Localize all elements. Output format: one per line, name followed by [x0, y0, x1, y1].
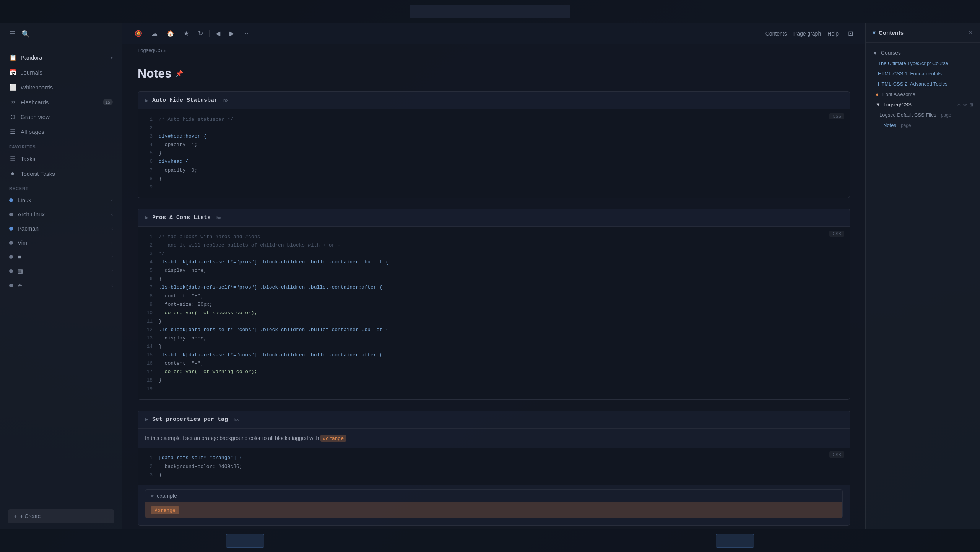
search-icon[interactable]: 🔍	[21, 30, 30, 38]
tasks-icon: ☰	[9, 155, 16, 162]
toolbar-expand-btn[interactable]: ⊡	[845, 28, 856, 39]
toolbar-contents-btn[interactable]: Contents	[765, 31, 787, 37]
html-css-1-label: HTML-CSS 1: Fundamentals	[878, 71, 942, 76]
sidebar-item-r1[interactable]: ■ ‹	[0, 250, 122, 264]
toolbar-cloud-icon[interactable]: ☁	[148, 28, 161, 39]
sidebar-nav: 📋 Pandora ▾ 📅 Journals ⬜ Whiteboards ∞	[0, 45, 122, 503]
code-container-1: CSS 1/* Auto hide statusbar */ 2 3div#he…	[138, 109, 850, 198]
pin-icon: 📌	[176, 70, 183, 77]
toolbar-page-graph-btn[interactable]: Page graph	[793, 31, 821, 37]
block-title-3: Set properties per tag hx	[152, 416, 239, 423]
menu-icon[interactable]: ☰	[9, 30, 15, 38]
toc-item-html-css-2[interactable]: HTML-CSS 2: Advanced Topics	[866, 79, 980, 89]
toc-icon-edit[interactable]: ✏	[963, 102, 967, 107]
text-block-3: In this example I set an orange backgrou…	[138, 429, 850, 448]
vim-arrow: ‹	[111, 240, 113, 245]
toolbar-forward-btn[interactable]: ▶	[226, 28, 237, 39]
courses-label: Courses	[881, 50, 901, 56]
sidebar-item-tasks[interactable]: ☰ Tasks	[0, 151, 122, 166]
code-block-3: 1[data-refs-self*="orange"] { 2 backgrou…	[138, 448, 850, 485]
toolbar-help-btn[interactable]: Help	[827, 31, 839, 37]
flashcards-label: Flashcards	[21, 99, 49, 106]
toc-icon-grid[interactable]: ⊞	[969, 102, 973, 107]
create-plus-icon: +	[14, 513, 17, 519]
sidebar-item-graph-view[interactable]: ⊙ Graph view	[0, 109, 122, 124]
toc-item-font-awesome[interactable]: ● Font Awesome	[866, 89, 980, 99]
todoist-label: Todoist Tasks	[21, 170, 55, 177]
top-decorative-bar	[0, 0, 980, 23]
panel-header: ▾ Contents ✕	[866, 23, 980, 43]
code-block-1: 1/* Auto hide statusbar */ 2 3div#head:h…	[138, 109, 850, 198]
sidebar-item-whiteboards[interactable]: ⬜ Whiteboards	[0, 80, 122, 95]
toolbar-divider-3	[824, 30, 824, 37]
code-line-5: 5}	[145, 149, 843, 157]
linux-dot	[9, 198, 13, 202]
sidebar-item-vim[interactable]: Vim ‹	[0, 235, 122, 250]
sidebar-workspace[interactable]: 📋 Pandora ▾	[0, 50, 122, 65]
toolbar-home-icon[interactable]: 🏠	[164, 28, 177, 39]
h-tag-1: hx	[223, 98, 228, 103]
bottom-btn-left[interactable]	[226, 534, 264, 548]
sidebar-item-r3[interactable]: ✳ ‹	[0, 278, 122, 293]
r2-label: ▦	[18, 268, 23, 274]
app-container: ☰ 🔍 📋 Pandora ▾ 📅 Journals ⬜ W	[0, 0, 980, 552]
todoist-icon: ●	[9, 170, 16, 177]
toolbar-back-btn[interactable]: ◀	[213, 28, 223, 39]
sidebar-item-pacman[interactable]: Pacman ‹	[0, 221, 122, 235]
page-title-text: Notes	[138, 67, 172, 81]
breadcrumb-text[interactable]: Logseq/CSS	[138, 47, 166, 53]
sidebar-item-linux[interactable]: Linux ‹	[0, 193, 122, 207]
toolbar: 🔕 ☁ 🏠 ★ ↻ ◀ ▶ ··· Contents Page graph He…	[122, 23, 865, 44]
r2-arrow: ‹	[111, 268, 113, 274]
code-line-3: 3div#head:hover {	[145, 132, 843, 141]
toc-item-courses[interactable]: ▼ Courses	[866, 47, 980, 58]
h-tag-2: hx	[216, 216, 221, 220]
logseq-default-label: Logseq Default CSS Files	[879, 112, 936, 118]
sidebar-item-flashcards[interactable]: ∞ Flashcards 15	[0, 95, 122, 109]
block-bullet-2: ▶	[145, 215, 148, 220]
toolbar-more-btn[interactable]: ···	[240, 29, 251, 39]
toc-icon-cut[interactable]: ✂	[957, 102, 961, 107]
block-header-2: ▶ Pros & Cons Lists hx	[138, 209, 850, 227]
favorites-label: FAVORITES	[0, 139, 122, 151]
toolbar-refresh-icon[interactable]: ↻	[195, 28, 206, 39]
panel-close-button[interactable]: ✕	[968, 29, 973, 36]
sidebar-item-arch-linux[interactable]: Arch Linux ‹	[0, 207, 122, 221]
content-area: 🔕 ☁ 🏠 ★ ↻ ◀ ▶ ··· Contents Page graph He…	[122, 23, 865, 529]
bottom-btn-right[interactable]	[716, 534, 754, 548]
sidebar-footer: + + Create	[0, 503, 122, 529]
sidebar-item-r2[interactable]: ▦ ‹	[0, 264, 122, 278]
notes-page-tag: page	[901, 123, 911, 128]
block-header-3: ▶ Set properties per tag hx	[138, 411, 850, 429]
the-ultimate-ts-label: The Ultimate TypeScript Course	[878, 60, 948, 66]
graph-label: Graph view	[21, 114, 50, 120]
html-css-2-label: HTML-CSS 2: Advanced Topics	[878, 81, 947, 87]
toc-item-logseq-css[interactable]: ▼ Logseq/CSS ✂ ✏ ⊞	[866, 99, 980, 110]
toc-item-the-ultimate-ts[interactable]: The Ultimate TypeScript Course	[866, 58, 980, 68]
graph-icon: ⊙	[9, 113, 16, 120]
pacman-label: Pacman	[18, 225, 39, 232]
workspace-icon: 📋	[9, 54, 16, 61]
sidebar-item-journals[interactable]: 📅 Journals	[0, 65, 122, 80]
sidebar-item-all-pages[interactable]: ☰ All pages	[0, 124, 122, 139]
toolbar-mute-icon[interactable]: 🔕	[132, 28, 145, 39]
whiteboards-icon: ⬜	[9, 84, 16, 91]
toc-item-notes[interactable]: Notes page	[866, 120, 980, 130]
top-bar-center-element	[410, 5, 570, 18]
create-button[interactable]: + + Create	[8, 509, 114, 523]
r1-label: ■	[18, 253, 21, 260]
r3-dot	[9, 284, 13, 287]
sidebar-item-todoist[interactable]: ● Todoist Tasks	[0, 166, 122, 181]
logseq-css-label: Logseq/CSS	[884, 102, 912, 107]
toolbar-star-icon[interactable]: ★	[180, 28, 192, 39]
toc-item-logseq-default-css[interactable]: Logseq Default CSS Files page	[866, 110, 980, 120]
description-text: In this example I set an orange backgrou…	[145, 435, 319, 441]
css-label-1: CSS	[829, 113, 844, 119]
toc-item-icons: ✂ ✏ ⊞	[957, 102, 973, 107]
toc-item-html-css-1[interactable]: HTML-CSS 1: Fundamentals	[866, 68, 980, 79]
logseq-css-caret: ▼	[876, 102, 881, 107]
all-pages-icon: ☰	[9, 128, 16, 135]
panel-title-text: Contents	[879, 29, 904, 36]
code-line-2: 2	[145, 124, 843, 132]
sidebar-header: ☰ 🔍	[0, 23, 122, 45]
